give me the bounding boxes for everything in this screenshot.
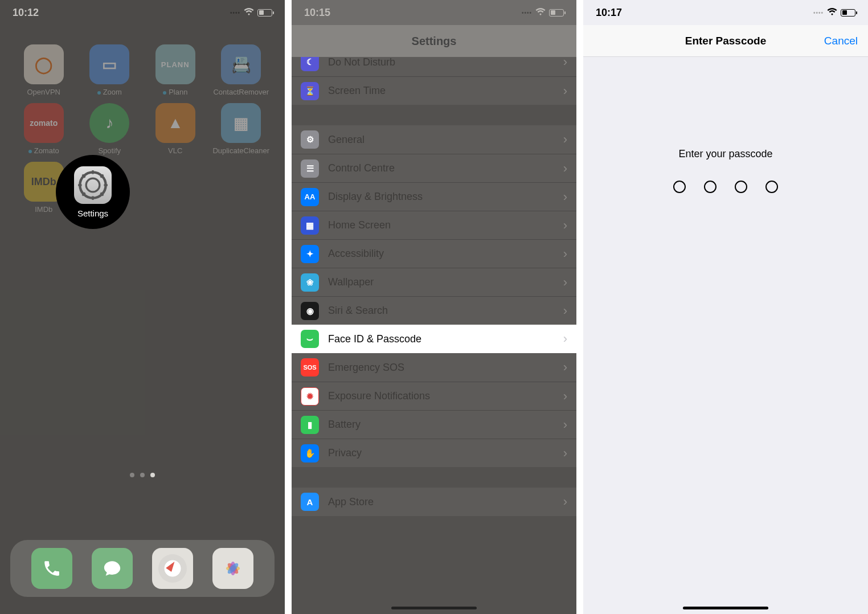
passcode-prompt: Enter your passcode (678, 148, 772, 160)
row-do-not-disturb[interactable]: ☾Do Not Disturb› (292, 57, 576, 76)
wifi-icon (827, 7, 837, 19)
chevron-right-icon: › (563, 417, 567, 432)
chevron-right-icon: › (563, 494, 567, 509)
passcode-dots (673, 181, 778, 193)
grid-icon: ▦ (301, 216, 319, 235)
chevron-right-icon: › (563, 331, 567, 346)
battery-icon (549, 9, 564, 17)
status-bar: 10:15 •••• (292, 0, 576, 25)
chevron-right-icon: › (563, 360, 567, 375)
chevron-right-icon: › (563, 218, 567, 233)
cell-dots-icon: •••• (230, 10, 240, 16)
settings-screen: 10:15 •••• Settings ☾Do Not Disturb› ⏳Sc… (292, 0, 576, 614)
settings-app-label: Settings (77, 208, 108, 218)
dock (10, 540, 275, 597)
row-privacy[interactable]: ✋Privacy› (292, 439, 576, 467)
appstore-icon: A (301, 493, 319, 511)
row-general[interactable]: ⚙General› (292, 125, 576, 154)
compass-icon (158, 554, 187, 583)
battery-icon (841, 9, 855, 17)
row-emergency-sos[interactable]: SOSEmergency SOS› (292, 353, 576, 382)
row-screen-time[interactable]: ⏳Screen Time› (292, 76, 576, 105)
cell-dots-icon: •••• (813, 10, 824, 16)
row-battery[interactable]: ▮Battery› (292, 410, 576, 439)
row-face-id-passcode[interactable]: ⌣Face ID & Passcode› (292, 325, 576, 353)
chevron-right-icon: › (563, 190, 567, 204)
row-accessibility[interactable]: ✦Accessibility› (292, 239, 576, 268)
gear-icon (77, 170, 108, 200)
chevron-right-icon: › (563, 389, 567, 404)
chevron-right-icon: › (563, 84, 567, 99)
cell-dots-icon: •••• (522, 10, 532, 16)
face-id-icon: ⌣ (301, 330, 319, 348)
chevron-right-icon: › (563, 161, 567, 176)
virus-icon: ✹ (301, 387, 319, 406)
text-size-icon: AA (301, 188, 319, 206)
row-app-store[interactable]: AApp Store› (292, 488, 576, 516)
status-bar: 10:17 •••• (583, 0, 868, 25)
gear-icon: ⚙ (301, 130, 319, 149)
passcode-body: Enter your passcode (583, 148, 868, 193)
passcode-nav: Enter Passcode Cancel (583, 25, 868, 57)
dock-photos[interactable] (212, 548, 253, 589)
passcode-dot (704, 181, 716, 193)
svg-point-1 (86, 178, 100, 192)
status-bar: 10:12 •••• (0, 0, 285, 25)
row-wallpaper[interactable]: ❀Wallpaper› (292, 268, 576, 296)
chevron-right-icon: › (563, 446, 567, 461)
sliders-icon: ☰ (301, 159, 319, 178)
chevron-right-icon: › (563, 132, 567, 147)
flower-icon: ❀ (301, 273, 319, 292)
home-indicator[interactable] (683, 607, 768, 609)
passcode-dot (735, 181, 747, 193)
row-display-brightness[interactable]: AADisplay & Brightness› (292, 182, 576, 211)
moon-icon: ☾ (301, 57, 319, 71)
dock-messages[interactable] (92, 548, 133, 589)
dim-overlay (0, 0, 285, 614)
battery-icon: ▮ (301, 416, 319, 434)
page-indicator[interactable] (0, 473, 285, 477)
sos-icon: SOS (301, 358, 319, 376)
clock: 10:17 (596, 7, 622, 19)
settings-list[interactable]: ☾Do Not Disturb› ⏳Screen Time› ⚙General›… (292, 57, 576, 614)
chevron-right-icon: › (563, 275, 567, 290)
clock: 10:15 (304, 7, 330, 19)
passcode-dot (765, 181, 778, 193)
row-home-screen[interactable]: ▦Home Screen› (292, 211, 576, 239)
chevron-right-icon: › (563, 304, 567, 318)
battery-icon (257, 9, 272, 17)
chevron-right-icon: › (563, 57, 567, 69)
row-control-centre[interactable]: ☰Control Centre› (292, 154, 576, 182)
wifi-icon (535, 7, 546, 19)
hand-icon: ✋ (301, 444, 319, 462)
row-exposure-notifications[interactable]: ✹Exposure Notifications› (292, 382, 576, 410)
chevron-right-icon: › (563, 247, 567, 261)
status-icons: •••• (230, 7, 272, 19)
dock-safari[interactable] (152, 548, 193, 589)
accessibility-icon: ✦ (301, 245, 319, 263)
passcode-screen: 10:17 •••• Enter Passcode Cancel Enter y… (583, 0, 868, 614)
homescreen: 10:12 •••• ◯OpenVPN ▭Zoom PLANNPlann 📇Co… (0, 0, 285, 614)
siri-icon: ◉ (301, 302, 319, 320)
cancel-button[interactable]: Cancel (824, 35, 858, 47)
clock: 10:12 (13, 7, 39, 19)
dock-phone[interactable] (31, 548, 72, 589)
home-indicator[interactable] (391, 607, 477, 609)
wifi-icon (244, 7, 254, 19)
hourglass-icon: ⏳ (301, 82, 319, 100)
row-siri-search[interactable]: ◉Siri & Search› (292, 296, 576, 325)
settings-app-highlight[interactable]: Settings (56, 155, 130, 229)
nav-title: Settings (292, 25, 576, 57)
passcode-title: Enter Passcode (685, 35, 767, 47)
status-icons: •••• (813, 7, 855, 19)
status-icons: •••• (522, 7, 564, 19)
passcode-dot (673, 181, 686, 193)
